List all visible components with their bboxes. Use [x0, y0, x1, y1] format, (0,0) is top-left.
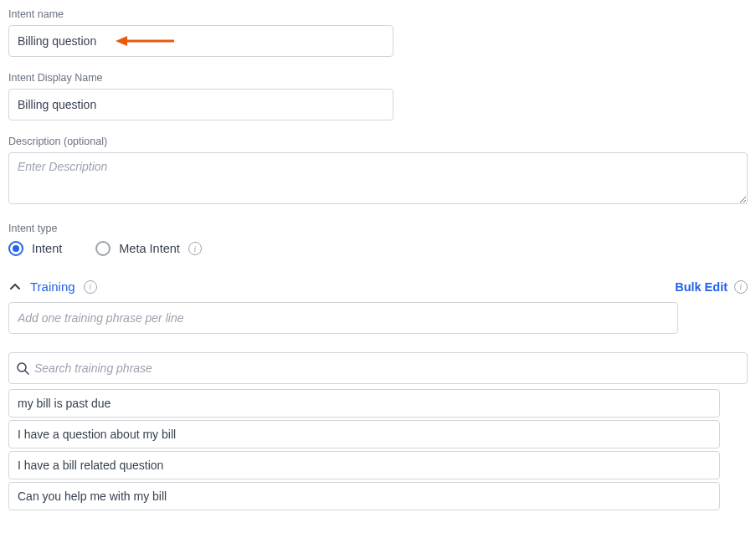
description-textarea[interactable] — [8, 152, 748, 204]
description-label: Description (optional) — [8, 136, 748, 147]
info-icon[interactable]: i — [84, 280, 97, 294]
intent-name-label: Intent name — [8, 8, 748, 20]
intent-type-meta-radio[interactable]: Meta Intent i — [95, 241, 202, 256]
training-phrase-item[interactable]: I have a bill related question — [8, 451, 720, 479]
radio-selected-icon — [8, 241, 23, 256]
training-phrase-item[interactable]: I have a question about my bill — [8, 420, 720, 448]
intent-name-input[interactable] — [8, 25, 393, 57]
training-phrase-list: my bill is past due I have a question ab… — [8, 389, 748, 510]
intent-display-name-label: Intent Display Name — [8, 72, 748, 84]
bulk-edit-link[interactable]: Bulk Edit — [675, 280, 728, 294]
radio-unselected-icon — [95, 241, 111, 256]
training-phrase-item[interactable]: Can you help me with my bill — [8, 482, 720, 510]
intent-type-meta-label: Meta Intent — [119, 242, 180, 255]
training-search-input[interactable] — [34, 361, 740, 375]
training-section-title: Training — [30, 279, 75, 294]
training-search-box[interactable] — [8, 352, 748, 384]
training-phrase-item[interactable]: my bill is past due — [8, 389, 720, 418]
intent-type-label: Intent type — [8, 223, 748, 234]
info-icon[interactable]: i — [188, 242, 202, 255]
svg-line-3 — [25, 371, 28, 374]
training-phrase-input[interactable] — [8, 302, 678, 334]
intent-type-intent-label: Intent — [32, 242, 62, 255]
intent-type-intent-radio[interactable]: Intent — [8, 241, 62, 256]
search-icon — [16, 361, 29, 375]
intent-display-name-input[interactable] — [8, 89, 393, 120]
info-icon[interactable]: i — [734, 280, 748, 294]
chevron-up-icon[interactable] — [8, 280, 22, 294]
